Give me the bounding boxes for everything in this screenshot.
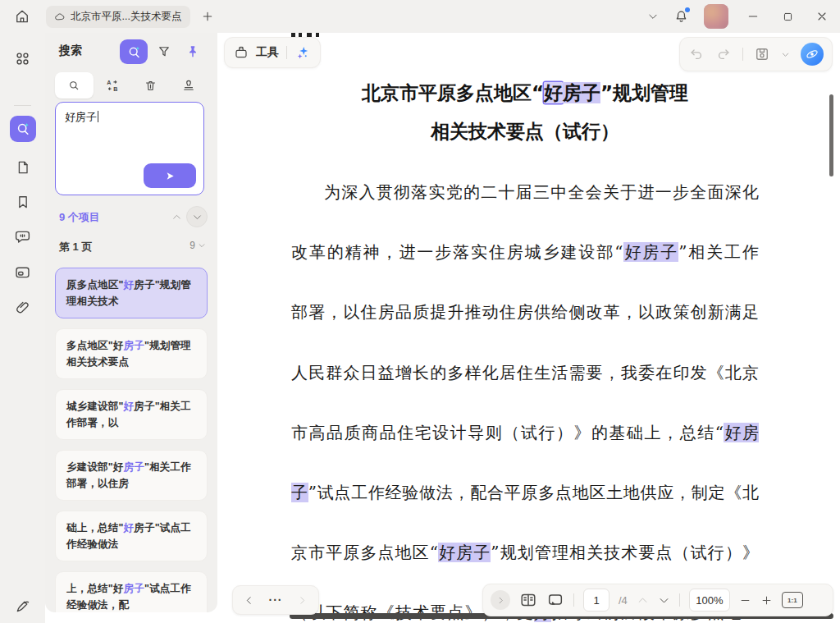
search-tab[interactable] xyxy=(55,72,94,98)
clipped-page-top-fragment xyxy=(316,33,319,37)
tools-button[interactable]: 工具 xyxy=(256,45,279,60)
result-text: 础上，总结" xyxy=(66,522,124,534)
tab-title: 北京市平原...关技术要点 xyxy=(71,10,181,24)
result-text: 多点地区"好 xyxy=(66,340,124,351)
text-run: 相关技术要点（试行） xyxy=(431,121,619,142)
text-run: ”规划管理 xyxy=(600,82,688,103)
maximize-button[interactable] xyxy=(778,7,797,26)
seal-card-icon xyxy=(14,263,31,281)
sidebar-item-annotate[interactable] xyxy=(10,593,36,619)
text-run: 为深入贯彻落实党的二十届三中全会关于进一步全面深化 xyxy=(324,182,759,202)
cloud-icon xyxy=(54,11,66,23)
search-match-highlight: 子 xyxy=(291,483,308,502)
document-line: 改革的精神，进一步落实住房城乡建设部“好房子”相关工作 xyxy=(291,237,759,297)
search-result-item[interactable]: 础上，总结"好房子"试点工作经验做法 xyxy=(55,511,208,561)
zoom-level[interactable]: 100% xyxy=(689,589,730,612)
notifications-button[interactable] xyxy=(673,9,689,25)
pin-icon xyxy=(185,44,200,59)
search-icon xyxy=(67,79,80,92)
search-icon xyxy=(126,44,142,60)
undo-icon[interactable] xyxy=(688,46,705,62)
minimize-button[interactable] xyxy=(743,7,763,26)
search-result-item[interactable]: 城乡建设部"好房子"相关工作部署，以 xyxy=(55,389,208,440)
page-number-input[interactable]: 1 xyxy=(583,589,609,612)
sidebar-item-comments[interactable] xyxy=(10,223,36,250)
divider xyxy=(286,46,287,59)
titlebar-right xyxy=(647,0,832,33)
search-query-value: 好房子 xyxy=(65,110,98,125)
stamp-icon xyxy=(181,78,196,93)
vertical-scrollbar-thumb[interactable] xyxy=(829,94,833,176)
sidebar-item-attachments[interactable] xyxy=(10,294,36,320)
new-tab-button[interactable] xyxy=(199,7,217,25)
avatar-image xyxy=(704,4,728,29)
document-body: 为深入贯彻落实党的二十届三中全会关于进一步全面深化改革的精神，进一步落实住房城乡… xyxy=(291,177,759,623)
fit-actual-size-button[interactable]: 1:1 xyxy=(782,592,803,608)
plus-icon xyxy=(201,10,214,23)
paperclip-icon xyxy=(15,299,31,315)
close-button[interactable] xyxy=(812,7,832,26)
delete-results-button[interactable] xyxy=(131,72,170,98)
trash-icon xyxy=(144,79,158,93)
text-run: ”试点工作经验做法，配合平原多点地区土地供应，制定《北 xyxy=(308,483,759,502)
divider xyxy=(742,48,743,61)
sidebar-item-stamps[interactable] xyxy=(10,259,36,285)
replace-tab[interactable]: AB xyxy=(94,72,132,98)
comment-mode-icon[interactable] xyxy=(546,591,564,609)
panel-title: 搜索 xyxy=(59,44,82,58)
document-line: 人民群众日益增长的多样化居住生活需要，我委在印发《北京 xyxy=(291,358,759,418)
search-icon xyxy=(15,121,31,137)
search-result-item[interactable]: 乡建设部"好房子"相关工作部署，以住房 xyxy=(55,450,208,501)
previous-page-chevron-up-icon[interactable] xyxy=(637,594,649,607)
chevron-up-icon[interactable] xyxy=(171,212,182,222)
application-window: 北京市平原...关技术要点 xyxy=(0,0,840,623)
search-result-item[interactable]: 多点地区"好房子"规划管理相关技术要点 xyxy=(55,328,208,379)
search-query-input[interactable]: 好房子 xyxy=(55,102,204,195)
search-submit-button[interactable] xyxy=(144,163,196,188)
redo-icon[interactable] xyxy=(715,46,732,62)
svg-text:A: A xyxy=(107,80,111,86)
page-total: /4 xyxy=(619,594,628,607)
search-toolbar: AB xyxy=(55,72,208,98)
ai-assistant-button[interactable] xyxy=(801,43,824,66)
left-sidebar-rail xyxy=(0,33,45,623)
sidebar-item-bookmarks[interactable] xyxy=(10,189,36,215)
sidebar-item-search[interactable] xyxy=(10,116,36,142)
results-count-row: 9 个项目 xyxy=(55,205,208,228)
filter-button[interactable] xyxy=(150,39,178,64)
comment-bubble-icon xyxy=(14,228,31,245)
search-result-item[interactable]: 上，总结"好房子"试点工作经验做法，配 xyxy=(55,571,208,612)
avatar[interactable] xyxy=(704,4,728,29)
text-run: 市高品质商品住宅设计导则（试行）》的基础上，总结“ xyxy=(291,423,724,442)
home-button[interactable] xyxy=(12,7,32,26)
reading-mode-icon[interactable] xyxy=(519,591,537,609)
zoom-out-minus-icon[interactable] xyxy=(739,594,751,607)
document-tab[interactable]: 北京市平原...关技术要点 xyxy=(46,6,190,28)
chevron-right-icon[interactable] xyxy=(297,595,308,606)
sidebar-item-pages[interactable] xyxy=(10,154,36,181)
pin-panel-button[interactable] xyxy=(179,39,207,64)
sidebar-item-apps[interactable] xyxy=(10,45,36,71)
next-page-chevron-down-icon[interactable] xyxy=(658,594,670,607)
page-group-header[interactable]: 第 1 页 9 xyxy=(55,236,208,256)
stamp-results-button[interactable] xyxy=(170,72,208,98)
text-run: 京市平原多点地区“ xyxy=(291,543,438,562)
search-mode-button[interactable] xyxy=(120,39,148,64)
save-icon[interactable] xyxy=(754,46,770,62)
zoom-in-plus-icon[interactable] xyxy=(760,594,773,607)
save-dropdown-chevron-icon[interactable] xyxy=(781,50,790,59)
ai-sparkles-icon[interactable] xyxy=(294,44,311,61)
search-result-item[interactable]: 原多点地区"好房子"规划管理相关技术 xyxy=(55,268,208,318)
chevron-down-icon[interactable] xyxy=(647,11,659,22)
page-group-label: 第 1 页 xyxy=(59,240,92,254)
expand-toolbar-button[interactable] xyxy=(491,590,510,610)
home-icon xyxy=(14,8,30,25)
document-title: 北京市平原多点地区“好房子”规划管理相关技术要点（试行） xyxy=(291,74,759,151)
document-viewer[interactable]: 北京市平原多点地区“好房子”规划管理相关技术要点（试行） 为深入贯彻落实党的二十… xyxy=(217,33,840,623)
sidebar-divider xyxy=(14,105,31,106)
more-button[interactable]: ··· xyxy=(269,596,283,604)
collapse-all-button[interactable] xyxy=(186,206,208,227)
chevron-left-icon[interactable] xyxy=(244,595,254,606)
tools-pill: 工具 xyxy=(224,37,321,68)
toolbox-icon[interactable] xyxy=(234,45,249,60)
